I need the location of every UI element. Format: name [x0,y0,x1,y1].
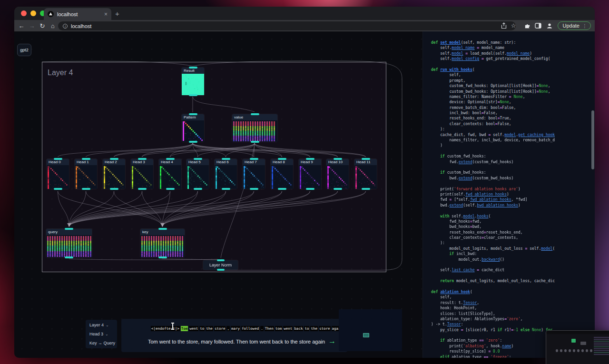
head-attention-heatmap [159,165,181,189]
minimize-window-button[interactable] [30,10,36,16]
token-chip[interactable]: to [199,326,205,331]
token-chip[interactable]: . [260,326,264,331]
node-handle [166,158,175,160]
head-3-node[interactable]: Head 3 [131,159,153,189]
selector-key-query[interactable]: Key → Query [89,341,113,345]
node-handle [110,158,118,160]
share-icon[interactable] [501,22,507,29]
token-chip[interactable]: to [304,326,309,331]
token-chip[interactable]: store [319,326,331,331]
address-bar[interactable]: i localhost [58,21,516,30]
head-attention-heatmap [103,165,125,189]
code-line: reset_hooks_end: bool=True, [431,116,555,121]
scrollbar-thumb[interactable] [591,110,594,169]
code-line: result: t.Tensor, [431,300,555,305]
result-node[interactable]: Result [182,68,204,95]
token-chip-highlighted[interactable]: Tom [181,326,188,331]
token-chip[interactable]: the [206,326,213,331]
site-info-icon[interactable]: i [63,24,68,29]
selector-layer-4[interactable]: Layer 4⌄ [89,323,113,327]
prompt-input[interactable]: Tom went to the store, mary followed. Th… [148,339,325,344]
layer-group-label: Layer 4 [48,69,73,77]
code-line: print('forward ablation hooks are') [431,187,555,192]
forward-button[interactable]: → [27,22,37,30]
code-line: if custom_bwd_hooks: [431,170,555,175]
minimap-panel[interactable] [339,309,402,351]
key-node[interactable]: key [140,229,185,257]
node-handle [82,188,90,190]
head-9-node[interactable]: Head 9 [299,159,321,189]
token-chip[interactable]: followed [241,326,259,331]
head-0-node[interactable]: Head 0 [47,159,69,189]
node-handle [222,158,230,160]
tab-close-button[interactable]: × [104,11,108,18]
code-line: elif ablation_type == 'freeze': [431,354,555,358]
layer-norm-node[interactable]: Layer Norm [203,260,238,270]
submit-arrow-button[interactable]: → [328,337,336,345]
token-row: <|endoftext|>Tomwenttothestore,maryfollo… [151,326,341,331]
query-node[interactable]: query [46,229,92,257]
token-chip[interactable]: went [283,326,293,331]
token-chip[interactable]: the [310,326,318,331]
side-panel-icon[interactable] [535,23,541,29]
value-heatmap [232,120,277,142]
update-button[interactable]: Update ⋮ [558,21,591,30]
token-chip[interactable]: back [294,326,303,331]
back-button[interactable]: ← [16,22,27,30]
home-button[interactable]: ⌂ [48,22,58,30]
text-cursor-icon [172,323,173,329]
new-tab-button[interactable]: + [115,10,119,18]
token-chip[interactable]: Then [265,326,274,331]
query-heatmap [46,235,92,257]
token-chip[interactable]: <|endoftext|> [151,326,180,331]
code-line [431,262,555,267]
head-attention-heatmap [187,165,209,189]
browser-window: localhost × + ← → ↻ ⌂ i localhost ☆ [14,7,595,358]
code-line: custom_bwd_hooks: Optional[list[Hook]]=N… [431,89,555,94]
head-attention-heatmap [243,165,265,189]
token-chip[interactable]: went [189,326,198,331]
screenshot-preview-window[interactable] [546,330,609,364]
kebab-menu-icon[interactable]: ⋮ [582,23,587,29]
pattern-node[interactable]: Pattern [182,114,204,142]
head-5-node[interactable]: Head 5 [187,159,209,189]
head-2-node[interactable]: Head 2 [103,159,125,189]
node-handle [166,188,175,190]
minimap-viewport[interactable] [363,333,369,337]
code-line: fwd_hooks=fwd, [431,219,555,224]
browser-tab[interactable]: localhost × [44,8,111,20]
extensions-puzzle-icon[interactable] [524,23,530,29]
node-handle [54,158,62,160]
token-chip[interactable]: , [226,326,230,331]
selector-head-3[interactable]: Head 3⌄ [89,332,113,336]
reload-button[interactable]: ↻ [37,22,48,30]
code-line [431,333,555,338]
head-7-node[interactable]: Head 7 [243,159,265,189]
token-chip[interactable]: tom [275,326,283,331]
tab-title: localhost [57,11,101,17]
code-line: py_slice = [slice(r0, r1 if r1!=-1 else … [431,327,555,333]
bookmark-star-icon[interactable]: ☆ [511,22,516,29]
node-handle [222,188,230,190]
code-line: if incl_bwd: [431,251,555,256]
code-line: self.model_config = get_pretrained_model… [431,56,555,61]
node-handle [334,158,342,160]
node-handle [251,141,259,143]
head-1-node[interactable]: Head 1 [75,159,97,189]
flow-canvas[interactable]: Layer 4 gpt2 Result Pattern value [14,31,422,358]
code-line: self.model = load_model(self.model_name) [431,51,555,56]
head-6-node[interactable]: Head 6 [215,159,237,189]
token-chip[interactable]: mary [231,326,240,331]
head-4-node[interactable]: Head 4 [159,159,181,189]
code-panel: def set_model(self, model_name: str): se… [422,31,595,358]
close-window-button[interactable] [21,10,27,16]
value-node[interactable]: value [232,114,277,142]
head-8-node[interactable]: Head 8 [271,159,293,189]
profile-avatar[interactable] [546,22,553,30]
result-heatmap [182,74,204,95]
token-chip[interactable]: store [214,326,226,331]
head-11-node[interactable]: Head 11 [354,159,377,189]
code-line: remove_batch_dim: bool=False, [431,105,555,110]
code-line: if ablation_type == 'zero': [431,338,555,343]
head-10-node[interactable]: Head 10 [326,159,349,189]
